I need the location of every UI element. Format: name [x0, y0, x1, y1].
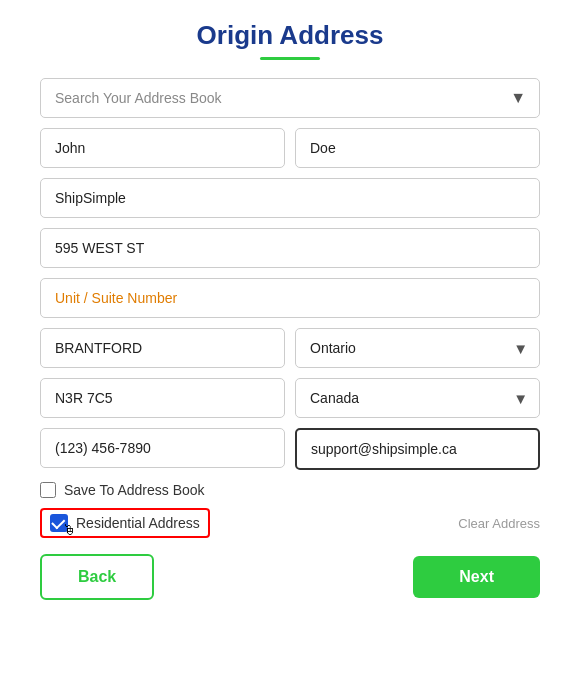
- city-input[interactable]: [40, 328, 285, 368]
- address2-field: [40, 278, 540, 318]
- city-province-row: Ontario Quebec British Columbia Alberta …: [40, 328, 540, 368]
- next-button[interactable]: Next: [413, 556, 540, 598]
- postal-code-input[interactable]: [40, 378, 285, 418]
- address2-input[interactable]: [40, 278, 540, 318]
- name-row: [40, 128, 540, 168]
- residential-clear-row: 🖰 Residential Address Clear Address: [40, 508, 540, 538]
- company-input[interactable]: [40, 178, 540, 218]
- save-address-checkbox[interactable]: [40, 482, 56, 498]
- postal-country-row: Canada United States ▼: [40, 378, 540, 418]
- phone-field: [40, 428, 285, 470]
- bottom-buttons-row: Back Next: [40, 554, 540, 600]
- province-select[interactable]: Ontario Quebec British Columbia Alberta: [295, 328, 540, 368]
- address-book-select[interactable]: Search Your Address Book: [40, 78, 540, 118]
- address1-field: [40, 228, 540, 268]
- phone-input[interactable]: [40, 428, 285, 468]
- residential-address-label: Residential Address: [76, 515, 200, 531]
- clear-address-link[interactable]: Clear Address: [458, 516, 540, 531]
- company-field: [40, 178, 540, 218]
- origin-address-form: Search Your Address Book ▼ Ontario Quebe…: [40, 78, 540, 600]
- address-book-row: Search Your Address Book ▼: [40, 78, 540, 118]
- email-input[interactable]: [295, 428, 540, 470]
- email-field: [295, 428, 540, 470]
- cursor-icon: 🖰: [62, 522, 76, 538]
- phone-email-row: [40, 428, 540, 470]
- last-name-field: [295, 128, 540, 168]
- address1-input[interactable]: [40, 228, 540, 268]
- first-name-field: [40, 128, 285, 168]
- country-select[interactable]: Canada United States: [295, 378, 540, 418]
- save-address-label: Save To Address Book: [64, 482, 205, 498]
- residential-address-row: 🖰 Residential Address: [40, 508, 210, 538]
- last-name-input[interactable]: [295, 128, 540, 168]
- country-field: Canada United States ▼: [295, 378, 540, 418]
- page-title: Origin Address: [197, 20, 384, 51]
- city-field: [40, 328, 285, 368]
- save-address-row: Save To Address Book: [40, 482, 540, 498]
- province-field: Ontario Quebec British Columbia Alberta …: [295, 328, 540, 368]
- back-button[interactable]: Back: [40, 554, 154, 600]
- title-underline: [260, 57, 320, 60]
- postal-code-field: [40, 378, 285, 418]
- first-name-input[interactable]: [40, 128, 285, 168]
